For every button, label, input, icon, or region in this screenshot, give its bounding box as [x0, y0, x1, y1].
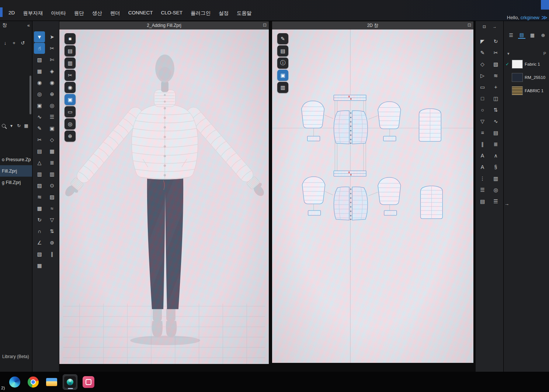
fabric-tab-icon[interactable]: ▤	[518, 31, 525, 39]
arrangement-icon[interactable]: ▣	[34, 100, 45, 111]
library-beta-label[interactable]: Library (Beta)	[2, 354, 29, 359]
user-greeting[interactable]: Hello, crkginew	[507, 15, 539, 20]
panel-tool-icon[interactable]: ▤	[490, 127, 501, 138]
menu-plugin[interactable]: 플러그인	[187, 8, 215, 18]
menu-render[interactable]: 렌더	[106, 8, 124, 18]
pose-icon[interactable]: ➤	[46, 31, 58, 42]
clo3d-app-button[interactable]	[63, 374, 77, 390]
rotate-icon[interactable]: ↻	[34, 214, 45, 225]
list-view-icon[interactable]: ☰	[507, 31, 515, 39]
pin-icon[interactable]: ◉	[34, 77, 45, 88]
shirt-box-icon[interactable]: ▣	[46, 123, 58, 134]
pattern-back-top[interactable]	[419, 109, 441, 142]
mannequin-display-icon[interactable]: ◎	[65, 118, 76, 129]
chrome-browser-button[interactable]	[26, 374, 41, 390]
list-icon[interactable]: ☰	[490, 196, 501, 207]
grid-view-icon[interactable]: ▦	[23, 122, 29, 129]
collapse-panel-icon[interactable]: «	[27, 23, 30, 28]
piping-icon[interactable]: ∥	[46, 249, 58, 260]
show-garment-icon[interactable]: ▤	[277, 45, 288, 56]
avatar-3d-render[interactable]	[59, 30, 269, 364]
diamond-icon[interactable]: ◇	[46, 134, 58, 145]
view-cube-icon[interactable]: ■	[65, 33, 76, 44]
pattern-bodice-front-top[interactable]	[334, 111, 368, 144]
viewport-2d-titlebar[interactable]: 2D 창 ⊡	[272, 21, 473, 30]
fabric-list-item[interactable]: RM_25510	[504, 71, 549, 84]
fabric-list-item[interactable]: ✓ Fabric 1	[504, 58, 549, 71]
edit-curvature-icon[interactable]: ▷	[477, 70, 488, 81]
chevron-double-icon[interactable]: ≫	[541, 14, 548, 21]
tape-measure-icon[interactable]: ∩	[34, 226, 45, 237]
measure-chart-icon[interactable]: ∿	[34, 111, 45, 122]
simulate-icon[interactable]: ▼	[34, 31, 45, 42]
pattern-collar-bottom[interactable]	[334, 171, 366, 176]
mirror-tool-icon[interactable]: ◫	[490, 93, 501, 104]
pattern-cuff-left-bottom[interactable]	[308, 211, 321, 215]
avatar-tape-icon[interactable]: ◈	[46, 66, 58, 77]
box-select-icon[interactable]: ▧	[34, 54, 45, 65]
avatar-display-icon[interactable]: ◉	[65, 82, 76, 93]
grading-icon[interactable]: ☰	[477, 184, 488, 195]
shade-icon[interactable]: ▧	[490, 59, 501, 70]
zipper-icon[interactable]: ⇅	[46, 226, 58, 237]
refresh-icon[interactable]: ↻	[15, 122, 22, 129]
garment-check-icon[interactable]: ▧	[34, 249, 45, 260]
fabric-layer-icon[interactable]: ▣	[277, 70, 288, 81]
curve-tool-icon[interactable]: ∿	[490, 116, 501, 127]
internal-line-icon[interactable]: ≡	[477, 127, 488, 138]
garment-pack-icon[interactable]: ▦	[34, 260, 45, 271]
pattern-collar-top[interactable]	[334, 95, 366, 101]
triple-line-icon[interactable]: ≣	[490, 139, 501, 150]
grid-icon[interactable]: ▦	[46, 146, 58, 157]
texture-icon[interactable]: ▥	[490, 173, 501, 184]
pattern-sleeve-right-bottom[interactable]	[378, 177, 401, 205]
checkmark-icon[interactable]: ✓	[505, 62, 510, 67]
import-icon[interactable]: ↓	[1, 39, 9, 46]
pattern-pieces-canvas[interactable]	[272, 30, 473, 363]
edge-browser-button[interactable]	[7, 374, 22, 390]
file-item[interactable]: g Fill.Zprj	[0, 177, 32, 188]
file-item[interactable]: o Pressure.Zp	[0, 154, 32, 165]
menu-avatar[interactable]: 아바타	[47, 8, 70, 18]
dart-tool-icon[interactable]: ▽	[477, 116, 488, 127]
undock-window-icon[interactable]: ⊡	[263, 22, 267, 28]
add-point-icon[interactable]: ◇	[477, 59, 488, 70]
layers-icon[interactable]: ▤	[477, 196, 488, 207]
stitch-lines-icon[interactable]: ≣	[46, 157, 58, 168]
avatar-circle-icon[interactable]: ◉	[46, 77, 58, 88]
pleat-icon[interactable]: ▥	[46, 169, 58, 180]
show-pattern-icon[interactable]: ▥	[277, 82, 288, 93]
pattern-sleeve-left-top[interactable]	[302, 101, 324, 128]
section-icon[interactable]: §	[490, 162, 501, 173]
sync-icon[interactable]: ↻	[490, 36, 501, 47]
seam-allowance-icon[interactable]: ∥	[477, 139, 488, 150]
world-tab-icon[interactable]: ⊕	[539, 31, 547, 39]
section-caret-icon[interactable]: ▾	[507, 51, 510, 56]
size-list-icon[interactable]: ☰	[46, 111, 58, 122]
tack-icon[interactable]: ◎	[34, 89, 45, 100]
menu-production[interactable]: 생산	[88, 8, 106, 18]
pattern-bodice-front-bottom[interactable]	[334, 187, 368, 220]
wave-tool-icon[interactable]: ≋	[490, 70, 501, 81]
menu-fabric[interactable]: 원단	[70, 8, 88, 18]
bind-icon[interactable]: ⊙	[46, 180, 58, 191]
fabric-list-item[interactable]: FABRIC 1	[504, 84, 549, 97]
pattern-sleeve-left-bottom[interactable]	[302, 177, 325, 204]
show-avatar-icon[interactable]: ▤	[65, 45, 76, 56]
flatten-icon[interactable]: △	[34, 157, 45, 168]
button-tool-icon[interactable]: ⊚	[46, 237, 58, 248]
pen-tool-icon[interactable]: ✎	[277, 33, 288, 44]
file-item-selected[interactable]: Fill.Zprj	[0, 165, 32, 177]
sewing-edit-icon[interactable]: ✎	[34, 123, 45, 134]
viewport-3d-canvas[interactable]: ■▤▥✂◉▣▭◎⊕	[59, 30, 269, 364]
pressure-icon[interactable]: ≋	[34, 191, 45, 202]
menu-help[interactable]: 도움말	[233, 8, 256, 18]
flip-tool-icon[interactable]: ⇅	[490, 104, 501, 115]
info-icon[interactable]: ⓘ	[277, 58, 288, 69]
clone-layer-icon[interactable]: ▥	[34, 169, 45, 180]
viewport-3d-titlebar[interactable]: 2_Adding Fill.Zprj ⊡	[59, 21, 269, 30]
viewport-2d-canvas[interactable]: ✎▤ⓘ▣▥	[272, 30, 473, 363]
mesh-select-icon[interactable]: ▦	[34, 66, 45, 77]
scrollbar[interactable]	[29, 76, 31, 114]
polygon-tool-icon[interactable]: ▭	[477, 81, 488, 93]
